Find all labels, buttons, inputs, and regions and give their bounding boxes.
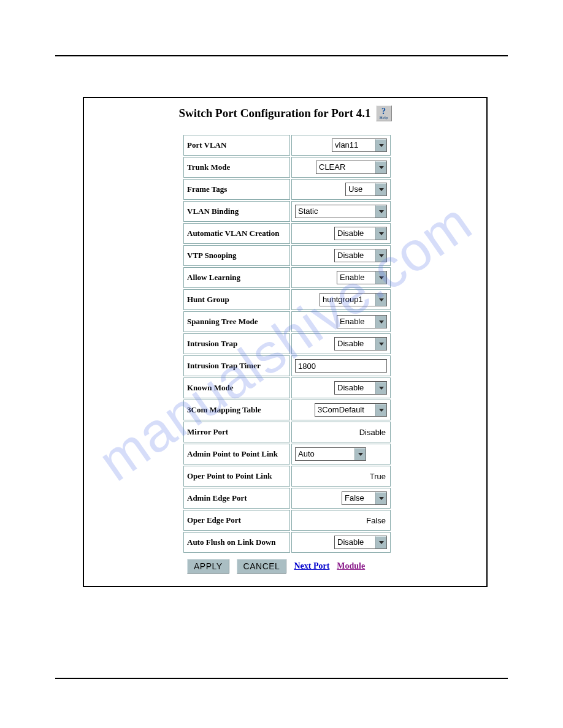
field-label: Allow Learning — [183, 267, 290, 288]
chevron-down-icon[interactable] — [375, 294, 386, 306]
chevron-down-icon[interactable] — [375, 404, 386, 416]
table-row: Intrusion TrapDisable — [183, 333, 391, 354]
table-row: Mirror PortDisable — [183, 422, 391, 442]
select-dropdown[interactable]: Disable — [334, 227, 387, 240]
select-dropdown[interactable]: Use — [345, 183, 387, 196]
table-row: Automatic VLAN CreationDisable — [183, 223, 391, 244]
select-value: Static — [296, 205, 375, 218]
chevron-down-icon[interactable] — [375, 139, 386, 151]
field-label: Oper Edge Port — [183, 510, 290, 531]
page-title: Switch Port Configuration for Port 4.1 — [178, 107, 370, 120]
select-dropdown[interactable]: vlan11 — [332, 138, 387, 152]
config-table: Port VLANvlan11Trunk ModeCLEARFrame Tags… — [182, 134, 392, 554]
field-control-cell: Disable — [291, 333, 391, 354]
chevron-down-icon[interactable] — [375, 536, 386, 548]
chevron-down-icon[interactable] — [375, 205, 386, 218]
select-dropdown[interactable]: Enable — [337, 271, 387, 284]
help-label: Help — [380, 116, 388, 120]
field-label: Frame Tags — [183, 179, 290, 200]
select-dropdown[interactable]: CLEAR — [316, 161, 387, 174]
static-value: Disable — [359, 428, 387, 437]
chevron-down-icon[interactable] — [375, 316, 386, 328]
chevron-down-icon[interactable] — [375, 249, 386, 262]
select-dropdown[interactable]: Disable — [334, 249, 387, 262]
field-label: Spanning Tree Mode — [183, 311, 290, 332]
field-control-cell: Disable — [291, 377, 391, 398]
field-control-cell: CLEAR — [291, 157, 391, 178]
chevron-down-icon[interactable] — [375, 382, 386, 394]
select-value: Use — [346, 183, 375, 195]
field-control-cell: False — [291, 488, 391, 509]
chevron-down-icon[interactable] — [375, 227, 386, 240]
config-panel: manualshive.com Switch Port Configuratio… — [83, 97, 488, 587]
field-label: Admin Point to Point Link — [183, 444, 290, 464]
select-value: Disable — [335, 249, 375, 262]
table-row: VLAN BindingStatic — [183, 201, 391, 222]
next-port-link[interactable]: Next Port — [294, 561, 329, 571]
module-link[interactable]: Module — [337, 561, 365, 571]
table-row: Port VLANvlan11 — [183, 135, 391, 156]
button-row: APPLY CANCEL Next Port Module — [182, 554, 392, 574]
field-label: Intrusion Trap Timer — [183, 355, 290, 376]
chevron-down-icon[interactable] — [375, 161, 386, 173]
field-label: Oper Point to Point Link — [183, 466, 290, 487]
footer-rule — [55, 678, 508, 679]
header-rule — [55, 55, 508, 56]
field-control-cell: vlan11 — [291, 135, 391, 156]
table-row: Intrusion Trap Timer — [183, 355, 391, 376]
select-dropdown[interactable]: Static — [295, 205, 387, 218]
table-row: Frame TagsUse — [183, 179, 391, 200]
field-control-cell: huntgroup1 — [291, 289, 391, 310]
field-label: 3Com Mapping Table — [183, 400, 290, 420]
static-value: False — [366, 516, 387, 525]
title-row: Switch Port Configuration for Port 4.1 ?… — [84, 98, 486, 127]
select-value: vlan11 — [332, 139, 375, 151]
cancel-button[interactable]: CANCEL — [237, 559, 287, 574]
field-control-cell: Disable — [291, 245, 391, 266]
select-dropdown[interactable]: False — [342, 491, 387, 505]
chevron-down-icon[interactable] — [375, 183, 386, 195]
select-dropdown[interactable]: Auto — [295, 447, 366, 461]
select-value: Disable — [335, 382, 375, 394]
form-area: Port VLANvlan11Trunk ModeCLEARFrame Tags… — [182, 134, 392, 574]
text-input[interactable] — [295, 359, 387, 373]
table-row: Hunt Grouphuntgroup1 — [183, 289, 391, 310]
select-value: Auto — [296, 448, 354, 460]
table-row: Admin Edge PortFalse — [183, 488, 391, 509]
select-value: Disable — [335, 338, 375, 350]
select-value: Disable — [335, 536, 375, 548]
select-dropdown[interactable]: 3ComDefault — [315, 403, 387, 417]
table-row: Oper Point to Point LinkTrue — [183, 466, 391, 487]
table-row: VTP SnoopingDisable — [183, 245, 391, 266]
field-control-cell: Disable — [291, 422, 391, 442]
field-control-cell — [291, 355, 391, 376]
static-value: True — [370, 472, 387, 481]
select-value: False — [342, 492, 375, 504]
field-label: Intrusion Trap — [183, 333, 290, 354]
field-label: Auto Flush on Link Down — [183, 532, 290, 553]
select-value: Enable — [337, 316, 375, 328]
chevron-down-icon[interactable] — [375, 338, 386, 350]
table-row: Admin Point to Point LinkAuto — [183, 444, 391, 464]
select-value: Disable — [335, 227, 375, 240]
select-dropdown[interactable]: Enable — [337, 315, 387, 328]
field-control-cell: Static — [291, 201, 391, 222]
chevron-down-icon[interactable] — [354, 448, 366, 460]
select-value: huntgroup1 — [320, 294, 375, 306]
apply-button[interactable]: APPLY — [187, 559, 229, 574]
table-row: Oper Edge PortFalse — [183, 510, 391, 531]
select-value: CLEAR — [316, 161, 375, 173]
field-control-cell: Disable — [291, 532, 391, 553]
table-row: Auto Flush on Link DownDisable — [183, 532, 391, 553]
select-dropdown[interactable]: Disable — [334, 337, 387, 351]
field-control-cell: Enable — [291, 311, 391, 332]
table-row: Known ModeDisable — [183, 377, 391, 398]
field-label: Automatic VLAN Creation — [183, 223, 290, 244]
chevron-down-icon[interactable] — [375, 271, 386, 284]
select-dropdown[interactable]: Disable — [334, 381, 387, 395]
select-dropdown[interactable]: Disable — [334, 536, 387, 549]
help-icon: ? — [381, 107, 386, 116]
select-dropdown[interactable]: huntgroup1 — [320, 293, 387, 306]
chevron-down-icon[interactable] — [375, 492, 386, 504]
help-button[interactable]: ? Help — [376, 105, 392, 121]
